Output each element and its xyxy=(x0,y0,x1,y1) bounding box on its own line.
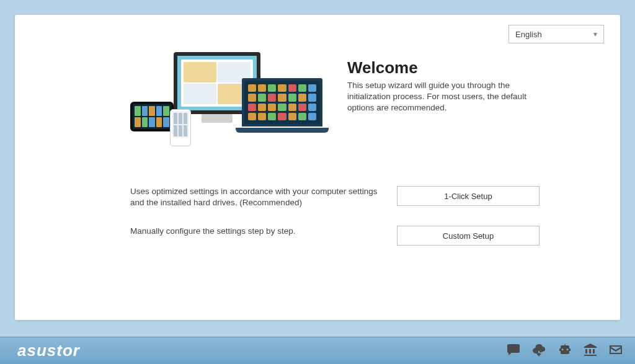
devices-illustration xyxy=(130,52,322,151)
phone-icon xyxy=(170,109,191,146)
one-click-desc: Uses optimized settings in accordance wi… xyxy=(130,186,384,208)
mail-icon xyxy=(608,342,624,360)
setup-wizard-panel: English ▾ xyxy=(15,15,620,320)
chevron-down-icon: ▾ xyxy=(593,30,597,38)
option-one-click: Uses optimized settings in accordance wi… xyxy=(130,186,604,208)
language-area: English ▾ xyxy=(31,25,604,43)
page-description: This setup wizard will guide you through… xyxy=(347,80,533,114)
hero-row: Welcome This setup wizard will guide you… xyxy=(31,52,604,151)
footer-bar: asustor xyxy=(0,337,635,364)
laptop-icon xyxy=(242,78,322,127)
cloud-download-icon xyxy=(531,342,547,360)
language-select[interactable]: English ▾ xyxy=(508,25,604,43)
custom-setup-button[interactable]: Custom Setup xyxy=(397,226,540,246)
tablet-icon xyxy=(130,102,174,131)
options-section: Uses optimized settings in accordance wi… xyxy=(31,186,604,246)
brand-logo: asustor xyxy=(17,341,80,360)
custom-desc: Manually configure the settings step by … xyxy=(130,226,384,237)
one-click-setup-label: 1-Click Setup xyxy=(444,192,492,201)
bank-icon xyxy=(583,342,598,360)
chat-icon xyxy=(506,342,521,360)
custom-setup-label: Custom Setup xyxy=(443,231,494,241)
language-selected-value: English xyxy=(515,30,542,39)
option-custom: Manually configure the settings step by … xyxy=(130,226,604,246)
footer-icons xyxy=(506,342,624,360)
one-click-setup-button[interactable]: 1-Click Setup xyxy=(397,186,540,206)
page-title: Welcome xyxy=(347,58,604,78)
hero-text: Welcome This setup wizard will guide you… xyxy=(347,52,604,151)
robot-icon xyxy=(557,342,573,360)
